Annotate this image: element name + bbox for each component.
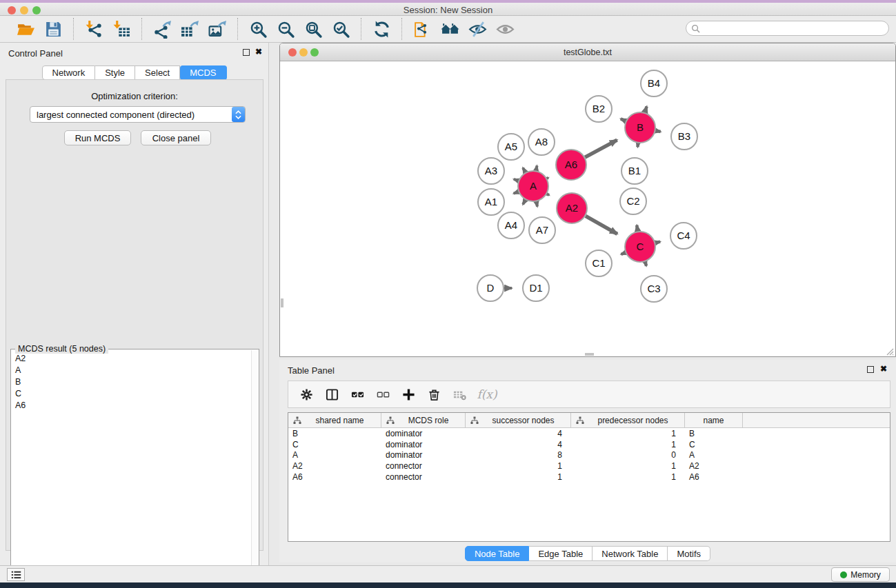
add-column-button[interactable] (399, 385, 418, 404)
zoom-fit-button[interactable] (299, 18, 327, 40)
table-cell[interactable]: connector (381, 460, 466, 472)
table-cell[interactable]: A6 (288, 472, 381, 483)
table-cell[interactable]: 1 (571, 460, 685, 472)
result-item[interactable]: A6 (11, 399, 250, 411)
result-item[interactable]: B (11, 376, 250, 387)
tab-motifs[interactable]: Motifs (668, 546, 710, 561)
table-row[interactable]: Bdominator41B (288, 428, 890, 439)
table-cell[interactable]: dominator (381, 428, 466, 439)
close-panel-button[interactable]: Close panel (141, 130, 211, 145)
graph-node-B4[interactable]: B4 (641, 70, 667, 97)
result-item[interactable]: A2 (11, 352, 250, 364)
table-cell[interactable]: dominator (381, 449, 466, 460)
table-cell[interactable]: A2 (288, 460, 381, 472)
table-cell[interactable]: 1 (571, 439, 685, 450)
export-image-button[interactable] (203, 18, 231, 40)
edge-C-C3[interactable] (645, 262, 646, 266)
result-item[interactable]: A (11, 364, 250, 376)
table-cell[interactable]: A2 (685, 460, 743, 472)
graph-node-A8[interactable]: A8 (528, 129, 555, 155)
result-item[interactable]: C (11, 387, 250, 399)
graph-node-B1[interactable]: B1 (621, 158, 648, 184)
export-network-button[interactable] (148, 18, 176, 40)
graph-node-A7[interactable]: A7 (529, 217, 555, 243)
import-network-button[interactable] (80, 18, 108, 40)
graph-node-C1[interactable]: C1 (586, 250, 612, 276)
graph-node-D[interactable]: D (477, 275, 504, 301)
table-cell[interactable]: B (288, 428, 381, 439)
graph-node-A4[interactable]: A4 (498, 212, 524, 239)
graph-node-A[interactable]: A (518, 171, 548, 201)
table-cell[interactable]: 1 (466, 472, 571, 483)
tab-style[interactable]: Style (95, 65, 135, 80)
hide-graphics-details-button[interactable] (464, 18, 491, 40)
search-field[interactable] (686, 21, 889, 36)
table-cell[interactable]: 1 (571, 428, 685, 439)
table-row[interactable]: Adominator80A (288, 449, 890, 460)
zoom-selected-button[interactable] (327, 18, 355, 40)
task-history-button[interactable] (7, 568, 25, 581)
import-table-button[interactable] (108, 18, 135, 40)
column-header-MCDS-role[interactable]: MCDS role (381, 413, 466, 427)
edge-A6-B[interactable] (585, 140, 617, 157)
table-cell[interactable]: C (288, 439, 381, 450)
column-header-shared-name[interactable]: shared name (288, 413, 381, 427)
edge-C-C2[interactable] (637, 225, 637, 232)
graph-node-B3[interactable]: B3 (671, 123, 697, 150)
graph-node-A1[interactable]: A1 (478, 189, 504, 215)
export-table-button[interactable] (176, 18, 203, 40)
tab-mcds[interactable]: MCDS (180, 65, 226, 80)
column-header-predecessor-nodes[interactable]: predecessor nodes (571, 413, 685, 427)
edge-A-A6[interactable] (547, 178, 548, 179)
tab-network-table[interactable]: Network Table (593, 546, 668, 561)
tab-node-table[interactable]: Node Table (465, 546, 530, 561)
graph-node-B2[interactable]: B2 (586, 96, 612, 122)
edge-A-A4[interactable] (523, 200, 526, 204)
memory-button[interactable]: Memory (831, 567, 890, 582)
graph-node-A2[interactable]: A2 (557, 193, 587, 223)
edge-A-A7[interactable] (537, 202, 537, 207)
search-input[interactable] (703, 22, 888, 34)
network-window-titlebar[interactable]: testGlobe.txt (280, 43, 895, 61)
graph-node-A6[interactable]: A6 (556, 150, 586, 180)
graph-node-C[interactable]: C (625, 232, 655, 262)
table-cell[interactable]: A (685, 449, 743, 460)
graph-node-C4[interactable]: C4 (670, 223, 697, 249)
edge-A-A8[interactable] (536, 165, 537, 170)
refresh-button[interactable] (368, 18, 395, 40)
column-header-name[interactable]: name (685, 413, 743, 427)
float-panel-icon[interactable] (243, 49, 250, 56)
graph-node-B[interactable]: B (625, 112, 655, 143)
graph-node-D1[interactable]: D1 (523, 275, 549, 301)
graph-node-C3[interactable]: C3 (641, 276, 667, 302)
edge-A2-C[interactable] (586, 216, 617, 234)
select-all-columns-button[interactable] (348, 385, 367, 404)
result-scrollbar[interactable] (251, 350, 258, 584)
graph-node-A3[interactable]: A3 (478, 158, 504, 184)
table-cell[interactable]: 1 (466, 460, 571, 472)
home-button[interactable] (436, 18, 464, 40)
table-row[interactable]: A2connector11A2 (288, 460, 890, 472)
column-header-successor-nodes[interactable]: successor nodes (466, 413, 571, 427)
table-cell[interactable]: 4 (466, 428, 571, 439)
edge-B-B1[interactable] (637, 143, 638, 148)
resize-grip[interactable] (884, 346, 894, 356)
table-cell[interactable]: connector (381, 472, 466, 483)
table-cell[interactable]: A (288, 449, 381, 460)
column-layout-button[interactable] (322, 385, 341, 404)
graph-node-C2[interactable]: C2 (620, 188, 646, 214)
edge-C-C4[interactable] (655, 242, 660, 243)
horizontal-scroll-thumb[interactable] (585, 353, 594, 356)
tab-network[interactable]: Network (41, 65, 95, 80)
tab-edge-table[interactable]: Edge Table (529, 546, 593, 561)
table-cell[interactable]: A6 (685, 472, 743, 483)
delete-column-button[interactable] (424, 385, 444, 404)
edge-A-A3[interactable] (514, 179, 519, 181)
table-settings-button[interactable] (297, 385, 316, 404)
edge-C-C1[interactable] (621, 253, 626, 255)
graph-node-A5[interactable]: A5 (498, 134, 524, 160)
open-session-button[interactable] (12, 18, 39, 40)
optimization-criterion-select[interactable]: largest connected component (directed) (30, 106, 246, 123)
run-mcds-button[interactable]: Run MCDS (64, 130, 131, 145)
save-session-button[interactable] (39, 18, 67, 40)
